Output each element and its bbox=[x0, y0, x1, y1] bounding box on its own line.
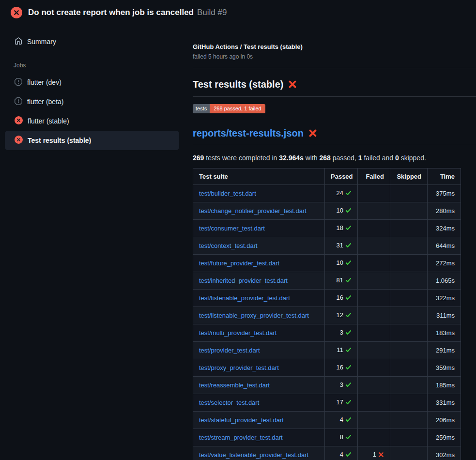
main-content: GitHub Actions / Test results (stable) f… bbox=[184, 25, 476, 460]
time-cell: 1.065s bbox=[428, 272, 461, 290]
jobs-section-label: Jobs bbox=[14, 62, 184, 69]
time-cell: 291ms bbox=[428, 342, 461, 359]
test-suite-link[interactable]: test/inherited_provider_test.dart bbox=[199, 277, 288, 284]
test-suite-link[interactable]: test/future_provider_test.dart bbox=[199, 260, 279, 267]
x-circle-icon bbox=[15, 136, 23, 145]
test-suite-link[interactable]: test/value_listenable_provider_test.dart bbox=[199, 451, 308, 459]
check-icon bbox=[345, 224, 352, 233]
failed-cell bbox=[358, 255, 390, 272]
failed-cell bbox=[358, 272, 390, 290]
x-circle-icon bbox=[11, 7, 22, 18]
passed-cell: 16 bbox=[325, 359, 358, 377]
test-suite-link[interactable]: test/builder_test.dart bbox=[199, 190, 256, 197]
test-suite-link[interactable]: test/selector_test.dart bbox=[199, 399, 259, 406]
test-suite-link[interactable]: test/stateful_provider_test.dart bbox=[199, 416, 284, 424]
build-number: Build #9 bbox=[197, 8, 227, 17]
sidebar-item-test-results-stable[interactable]: Test results (stable) bbox=[5, 131, 179, 150]
stop-exclamation-icon bbox=[15, 97, 22, 107]
skipped-cell bbox=[390, 412, 428, 429]
table-row: test/multi_provider_test.dart 3 183ms bbox=[193, 324, 461, 342]
table-row: test/stateful_provider_test.dart 4 206ms bbox=[193, 412, 461, 429]
check-icon bbox=[345, 242, 352, 251]
failed-cell bbox=[358, 185, 390, 202]
passed-cell: 12 bbox=[325, 307, 358, 324]
table-row: test/consumer_test.dart 18 324ms bbox=[193, 220, 461, 237]
header-divider bbox=[193, 68, 476, 68]
sidebar-item-flutter-stable[interactable]: flutter (stable) bbox=[5, 111, 179, 131]
col-test-suite: Test suite bbox=[193, 169, 325, 185]
col-skipped: Skipped bbox=[390, 169, 428, 185]
check-icon bbox=[345, 346, 352, 355]
passed-cell: 17 bbox=[325, 394, 358, 412]
page-header: Do not create report when job is cancell… bbox=[0, 0, 476, 25]
time-cell: 322ms bbox=[428, 290, 461, 307]
check-icon bbox=[345, 399, 352, 408]
test-suite-link[interactable]: test/change_notifier_provider_test.dart bbox=[199, 207, 307, 215]
test-suite-link[interactable]: test/consumer_test.dart bbox=[199, 225, 265, 232]
time-cell: 302ms bbox=[428, 446, 461, 460]
check-icon bbox=[345, 189, 352, 199]
failed-cell bbox=[358, 412, 390, 429]
badge-value: 268 passed, 1 failed bbox=[210, 104, 265, 113]
table-row: test/listenable_provider_test.dart 16 32… bbox=[193, 290, 461, 307]
sidebar-item-flutter-dev[interactable]: flutter (dev) bbox=[5, 73, 179, 92]
passed-cell: 18 bbox=[325, 220, 358, 237]
col-time: Time bbox=[428, 169, 461, 185]
time-cell: 644ms bbox=[428, 237, 461, 255]
failed-cell bbox=[358, 220, 390, 237]
x-icon bbox=[308, 129, 317, 140]
table-row: test/context_test.dart 31 644ms bbox=[193, 237, 461, 255]
failed-cell bbox=[358, 202, 390, 220]
check-icon bbox=[345, 311, 352, 321]
time-cell: 359ms bbox=[428, 359, 461, 377]
test-suite-link[interactable]: test/proxy_provider_test.dart bbox=[199, 364, 279, 371]
skipped-cell bbox=[390, 255, 428, 272]
table-row: test/value_listenable_provider_test.dart… bbox=[193, 446, 461, 460]
test-suite-link[interactable]: test/stream_provider_test.dart bbox=[199, 434, 283, 441]
stop-exclamation-icon bbox=[15, 78, 22, 87]
passed-cell: 10 bbox=[325, 202, 358, 220]
time-cell: 331ms bbox=[428, 394, 461, 412]
col-passed: Passed bbox=[325, 169, 358, 185]
table-row: test/selector_test.dart 17 331ms bbox=[193, 394, 461, 412]
test-suite-link[interactable]: test/context_test.dart bbox=[199, 242, 258, 249]
x-icon bbox=[288, 80, 297, 91]
table-row: test/provider_test.dart 11 291ms bbox=[193, 342, 461, 359]
test-suite-link[interactable]: test/listenable_provider_test.dart bbox=[199, 294, 290, 302]
skipped-cell bbox=[390, 185, 428, 202]
table-row: test/change_notifier_provider_test.dart … bbox=[193, 202, 461, 220]
skipped-cell bbox=[390, 307, 428, 324]
skipped-cell bbox=[390, 342, 428, 359]
passed-cell: 8 bbox=[325, 429, 358, 446]
skipped-cell bbox=[390, 324, 428, 342]
test-suite-link[interactable]: test/multi_provider_test.dart bbox=[199, 329, 276, 337]
table-row: test/proxy_provider_test.dart 16 359ms bbox=[193, 359, 461, 377]
sidebar-item-flutter-beta[interactable]: flutter (beta) bbox=[5, 92, 179, 111]
report-heading: reports/test-results.json bbox=[193, 128, 476, 145]
skipped-cell bbox=[390, 394, 428, 412]
test-suite-link[interactable]: test/listenable_proxy_provider_test.dart bbox=[199, 312, 309, 319]
home-icon bbox=[15, 37, 22, 46]
check-icon bbox=[345, 207, 352, 216]
skipped-cell bbox=[390, 202, 428, 220]
table-header-row: Test suite Passed Failed Skipped Time bbox=[193, 169, 461, 185]
skipped-cell bbox=[390, 272, 428, 290]
passed-cell: 24 bbox=[325, 185, 358, 202]
test-suite-link[interactable]: test/reassemble_test.dart bbox=[199, 382, 270, 389]
check-icon bbox=[345, 451, 352, 460]
test-suite-link[interactable]: test/provider_test.dart bbox=[199, 347, 260, 354]
failed-cell bbox=[358, 290, 390, 307]
check-icon bbox=[345, 294, 352, 303]
sidebar-item-summary[interactable]: Summary bbox=[5, 32, 179, 51]
check-icon bbox=[345, 259, 352, 268]
time-cell: 185ms bbox=[428, 377, 461, 394]
check-icon bbox=[345, 364, 352, 373]
failed-cell bbox=[358, 307, 390, 324]
report-file-link[interactable]: reports/test-results.json bbox=[193, 128, 304, 138]
cross-icon bbox=[378, 451, 384, 460]
sidebar: Summary Jobs flutter (dev) flutter (beta… bbox=[0, 25, 184, 150]
failed-cell bbox=[358, 394, 390, 412]
table-row: test/future_provider_test.dart 10 272ms bbox=[193, 255, 461, 272]
skipped-cell bbox=[390, 290, 428, 307]
failed-cell bbox=[358, 342, 390, 359]
